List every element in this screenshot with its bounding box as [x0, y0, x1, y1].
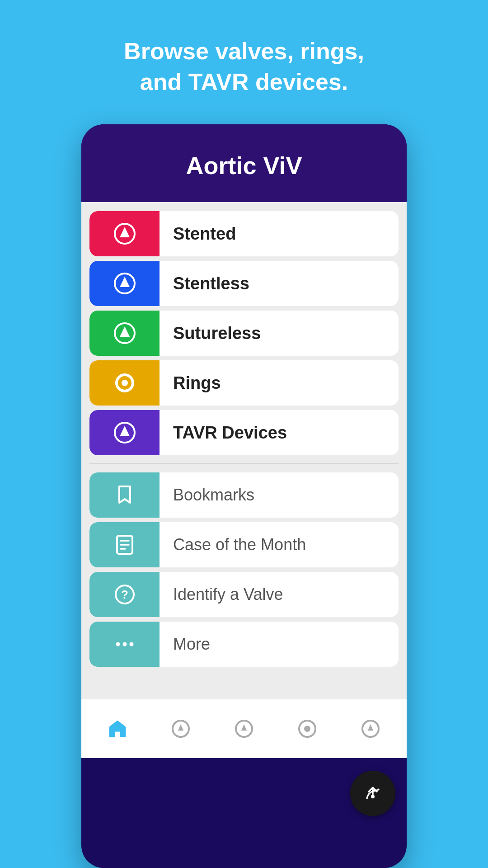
nav-item-4[interactable] [276, 717, 339, 741]
svg-point-4 [122, 380, 128, 386]
menu-item-sutureless[interactable]: Sutureless [89, 311, 399, 356]
rings-label: Rings [160, 373, 235, 393]
more-label: More [160, 635, 224, 654]
nav-item-3[interactable] [212, 717, 276, 741]
bottom-nav [81, 699, 407, 758]
bookmarks-icon [89, 472, 160, 518]
nav-item-2[interactable] [149, 717, 212, 741]
svg-point-12 [116, 642, 120, 646]
app-body: Stented Stentless Sutureless [81, 202, 407, 699]
case-of-month-icon [89, 522, 160, 567]
sutureless-icon [89, 311, 160, 356]
more-icon [89, 622, 160, 667]
nav-item-5[interactable] [339, 717, 402, 741]
app-title: Aortic ViV [95, 151, 393, 179]
phone-container: Aortic ViV Stented Stentless [81, 124, 407, 868]
menu-item-tavr[interactable]: TAVR Devices [89, 410, 399, 455]
sutureless-label: Sutureless [160, 324, 274, 343]
tavr-label: TAVR Devices [160, 423, 300, 443]
menu-item-rings[interactable]: Rings [89, 360, 399, 406]
svg-point-13 [122, 642, 127, 646]
fab-button[interactable] [350, 771, 395, 816]
header-title: Browse valves, rings,and TAVR devices. [88, 0, 400, 124]
stentless-icon [89, 261, 160, 306]
tavr-icon [89, 410, 160, 455]
stentless-label: Stentless [160, 274, 263, 293]
svg-text:?: ? [121, 588, 128, 601]
nav-home[interactable] [86, 717, 149, 741]
section-divider [89, 463, 399, 464]
menu-item-more[interactable]: More [89, 622, 399, 667]
case-of-month-label: Case of the Month [160, 535, 319, 554]
svg-point-19 [304, 726, 310, 732]
svg-point-14 [129, 642, 133, 646]
menu-item-case-of-month[interactable]: Case of the Month [89, 522, 399, 567]
rings-icon [89, 360, 160, 406]
stented-label: Stented [160, 224, 249, 244]
identify-valve-label: Identify a Valve [160, 585, 296, 604]
menu-item-stentless[interactable]: Stentless [89, 261, 399, 306]
app-header: Aortic ViV [81, 124, 407, 202]
bookmarks-label: Bookmarks [160, 486, 268, 505]
menu-item-bookmarks[interactable]: Bookmarks [89, 472, 399, 518]
svg-point-15 [371, 795, 375, 798]
menu-item-stented[interactable]: Stented [89, 211, 399, 256]
menu-item-identify-valve[interactable]: ? Identify a Valve [89, 572, 399, 617]
stented-icon [89, 211, 160, 256]
identify-valve-icon: ? [89, 572, 160, 617]
